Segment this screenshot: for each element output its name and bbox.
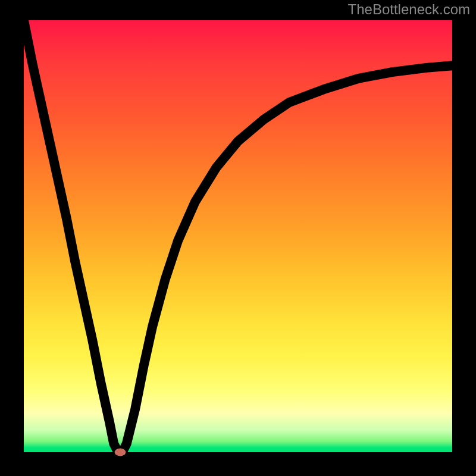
chart-frame: TheBottleneck.com [0, 0, 476, 476]
bottleneck-curve-path [24, 20, 452, 452]
frame-border-bottom [0, 452, 476, 476]
chart-svg [24, 20, 452, 452]
plot-area [24, 20, 452, 452]
min-point-marker [115, 448, 126, 456]
frame-border-right [452, 0, 476, 476]
watermark-text: TheBottleneck.com [348, 1, 470, 18]
frame-border-left [0, 0, 24, 476]
